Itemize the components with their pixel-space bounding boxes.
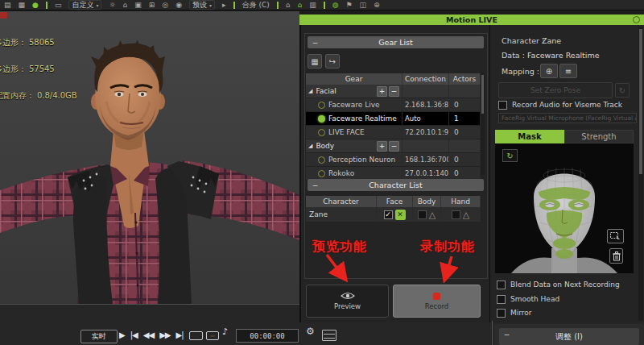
gear-icon: ⚙ <box>306 326 315 337</box>
record-button[interactable]: Record <box>393 285 481 318</box>
group-name: Body <box>316 142 334 150</box>
load-gear-list-button[interactable]: ↪ <box>325 54 340 69</box>
remove-gear-button[interactable]: − <box>389 141 399 152</box>
character-list-header[interactable]: − Character List <box>308 179 484 191</box>
reset-zero-pose-button[interactable]: ↻ <box>615 83 630 98</box>
face-active-icon[interactable]: ✕ <box>395 210 406 220</box>
select-region-button[interactable] <box>607 229 624 243</box>
save-icon[interactable]: ▦ <box>19 0 26 10</box>
gear-actors: 0 <box>449 98 481 111</box>
3d-viewport[interactable]: 多边形 : 58065 多边形 : 57545 配置内存 : 0.8/4.0GB <box>0 11 299 305</box>
go-to-start-button[interactable]: |◀ <box>130 330 138 339</box>
play-button[interactable]: ▶ <box>119 330 125 339</box>
go-to-end-button[interactable]: ▶| <box>176 330 184 339</box>
gear-actors: 0 <box>449 126 481 139</box>
record-audio-checkbox[interactable] <box>498 101 507 110</box>
mapping-list-button[interactable]: ≡ <box>559 64 577 78</box>
collapse-icon[interactable]: − <box>311 181 320 189</box>
gear-list-header[interactable]: − Gear List <box>308 36 484 48</box>
collapse-icon[interactable]: − <box>311 38 320 47</box>
motion-live-titlebar[interactable]: Motion LIVE <box>299 15 644 25</box>
home-small-icon[interactable]: ⌂ <box>286 0 291 10</box>
rewind-button[interactable]: ◀◀ <box>143 330 154 339</box>
motion-live-panel: − Gear List ▦ ↪ Gear Connection Actors ◢… <box>299 25 489 322</box>
timeline-settings-button[interactable]: ⚙ <box>306 326 315 337</box>
collapse-icon[interactable]: − <box>502 330 511 339</box>
clear-mask-button[interactable] <box>609 248 623 264</box>
gear-row-faceware-realtime[interactable]: Faceware Realtime Auto 1 <box>306 112 481 126</box>
set-zero-pose-button[interactable]: Set Zero Pose <box>498 82 613 98</box>
audio-track-button[interactable]: ♪ <box>222 326 228 337</box>
board-icon[interactable]: ◫ <box>360 0 367 10</box>
camera-icon[interactable]: ◉ <box>175 0 182 10</box>
export-icon[interactable]: ▤ <box>4 0 11 10</box>
remove-gear-button[interactable]: − <box>389 86 399 97</box>
gear-row-perception-neuron[interactable]: Perception Neuron 168.1.36:7001 0 <box>306 153 481 167</box>
gear-group-facial[interactable]: ◢ Facial + − <box>306 85 481 98</box>
search-icon[interactable]: ⊕ <box>374 0 380 10</box>
scale-tool-icon[interactable]: ▣ <box>134 0 142 10</box>
custom-dropdown[interactable]: 自定义 ▾ <box>68 0 101 10</box>
fast-forward-button[interactable]: ▶▶ <box>159 330 170 339</box>
data-value: Faceware Realtime <box>527 51 600 60</box>
caption-button[interactable]: ··· <box>206 331 219 340</box>
character-row-zane[interactable]: Zane ✓ ✕ △ △ <box>306 207 481 222</box>
transport-controls: ▶ |◀ ◀◀ ▶▶ ▶| <box>119 327 184 342</box>
preview-button[interactable]: Preview <box>306 285 389 318</box>
inspector-scrollbar[interactable] <box>638 27 643 321</box>
face-mapping-button[interactable]: ⊕ <box>540 64 558 78</box>
hand-checkbox[interactable] <box>452 210 460 219</box>
stage-icon[interactable]: ⌂ <box>297 0 302 10</box>
dots-icon: ··· <box>210 334 215 339</box>
timecode-display[interactable]: 00:00:00 <box>236 329 299 343</box>
mirror-checkbox[interactable] <box>497 309 506 318</box>
adjust-panel-header[interactable]: − 调整 (I) <box>499 328 639 345</box>
face-mask-viewport[interactable]: ↻ <box>495 143 634 273</box>
flag-icon[interactable]: ⚑ <box>346 0 353 10</box>
blend-data-checkbox[interactable] <box>497 281 506 289</box>
expand-icon[interactable]: ◢ <box>308 88 312 94</box>
move-tool-icon[interactable]: ⊞ <box>149 0 155 10</box>
gear-table-scrollbar[interactable] <box>481 73 485 175</box>
body-checkbox[interactable] <box>418 210 427 219</box>
fit-button[interactable]: 合身 (C) <box>242 0 270 10</box>
live-ball-icon[interactable]: ● <box>32 0 39 10</box>
column-face: Face <box>377 196 413 207</box>
trash-icon <box>613 251 621 261</box>
panel-gear-icon[interactable] <box>633 16 640 23</box>
gear-row-faceware-live[interactable]: Faceware Live 2.168.1.36:802 0 <box>306 98 481 112</box>
rotate-tool-icon[interactable]: ◎ <box>162 0 168 10</box>
add-gear-button[interactable]: + <box>377 141 387 152</box>
window-icon[interactable]: ▭ <box>55 0 62 10</box>
gear-group-body[interactable]: ◢ Body + − <box>306 139 481 153</box>
timeline-panel-button[interactable] <box>322 330 336 341</box>
tab-mask[interactable]: Mask <box>495 130 564 143</box>
app-window: ▤ ▦ ● ▭ 自定义 ▾ ☼ ⌂ ▣ ⊞ ◎ ◉ 预设 ▾ ▸ 合身 (C) … <box>0 0 644 345</box>
gear-actors: 0 <box>449 167 481 180</box>
character-name: Zane <box>306 207 377 222</box>
preset-dropdown[interactable]: 预设 ▾ <box>189 0 215 10</box>
face-checkbox[interactable]: ✓ <box>384 210 393 219</box>
actor-icon[interactable]: ◍ <box>332 0 339 10</box>
add-gear-button[interactable]: + <box>377 86 387 97</box>
loop-button[interactable] <box>189 331 203 340</box>
group-icon[interactable]: ▥ <box>309 0 316 10</box>
custom-dropdown-label: 自定义 <box>72 0 93 10</box>
light-icon[interactable]: ☼ <box>109 0 115 10</box>
gear-name: Faceware Live <box>328 101 380 109</box>
tab-strength[interactable]: Strength <box>564 130 634 143</box>
smooth-head-checkbox[interactable] <box>497 295 506 304</box>
inspector-panel: Character : Zane Data : Faceware Realtim… <box>489 25 644 322</box>
memory-usage: 配置内存 : 0.8/4.0GB <box>0 91 77 100</box>
audio-device-select[interactable]: FaceRig Virtual Microphone (FaceRig Virt… <box>498 113 637 123</box>
home-icon[interactable]: ⌂ <box>123 0 128 10</box>
realtime-button[interactable]: 实时 <box>80 330 118 343</box>
rotate-view-button[interactable]: ↻ <box>502 149 518 162</box>
gear-name: Rokoko <box>328 169 354 177</box>
gear-actors: 0 <box>449 153 481 166</box>
save-gear-list-button[interactable]: ▦ <box>308 54 322 69</box>
expand-icon[interactable]: ◢ <box>308 143 312 149</box>
video-icon[interactable]: ▸ <box>222 0 226 10</box>
gear-row-live-face[interactable]: LIVE FACE 72.20.10.1:989 0 <box>306 126 481 139</box>
column-gear: Gear <box>306 73 402 85</box>
